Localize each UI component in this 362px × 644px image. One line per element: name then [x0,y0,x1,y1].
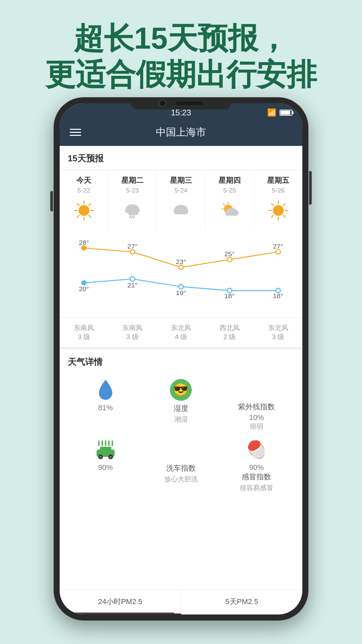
wind-level-1: 3 级 [126,332,139,341]
svg-text:25°: 25° [225,251,235,258]
day-date-2: 5-24 [175,187,187,194]
low-dot-2 [179,284,183,289]
phone-wrapper: 15:23 📶 中国上海市 [54,97,308,621]
details-grid: 81% 😎 湿度 潮湿 [68,375,294,496]
volume-button [50,191,53,211]
face-icon: 😎 [169,378,193,401]
tab-pm25-24h[interactable]: 24小时PM2.5 [60,590,181,614]
uv-label: 紫外线指数 [238,402,275,412]
headline: 超长15天预报， 更适合假期出行安排 [13,20,349,93]
wind-level-4: 3 级 [272,332,284,341]
svg-point-0 [78,205,89,216]
svg-point-28 [273,205,284,216]
svg-text:27°: 27° [127,243,137,250]
weather-icon-4 [266,198,290,222]
partly-cloudy-icon [219,200,241,221]
svg-line-35 [283,204,285,206]
nav-bar: 中国上海市 [60,120,302,146]
day-date-4: 5-26 [272,187,285,194]
wind-level-3: 2 级 [223,332,236,341]
svg-line-6 [89,215,91,217]
svg-line-5 [77,204,79,206]
wind-dir-1: 东南风 [122,323,142,332]
detail-humidity-label: 😎 湿度 潮湿 [143,375,219,434]
wifi-icon: 📶 [267,108,276,117]
phone-frame: 15:23 📶 中国上海市 [54,97,308,621]
svg-line-23 [223,204,225,205]
hamburger-menu[interactable] [70,129,81,136]
earpiece [176,102,203,105]
svg-line-8 [77,215,79,217]
carwash-sub: 放心大胆洗 [164,475,198,484]
high-dot-4 [276,250,281,254]
pill-icon [245,438,268,461]
wind-dir-4: 东北风 [268,323,288,332]
temp-chart-svg: 28° 27° 23° 25° 27° [60,234,302,318]
carwash-icon [94,438,117,461]
battery-icon [280,110,292,116]
wind-level-2: 4 级 [175,332,187,341]
power-button [309,171,312,205]
svg-line-13 [130,216,130,218]
svg-text:21°: 21° [127,281,137,289]
carwash-label-icon [169,438,193,461]
day-name-3: 星期四 [219,175,241,185]
forecast-col-2: 星期三 5-24 [157,170,205,230]
uv-sub: 很弱 [250,422,263,431]
phone-top [131,97,231,109]
svg-point-11 [133,208,140,213]
day-date-0: 5-22 [77,187,90,194]
phone-screen: 15:23 📶 中国上海市 [60,103,302,614]
svg-text:28°: 28° [79,239,89,246]
forecast-section: 15天预报 今天 5-22 [60,146,302,230]
wind-col-0: 东南风 3 级 [60,318,108,347]
forecast-grid: 今天 5-22 [60,170,302,230]
pill-value: 90% [249,463,264,472]
weather-icon-0 [72,198,96,222]
wind-level-0: 3 级 [78,332,90,341]
front-camera [159,100,166,107]
detail-cold: 90% 感冒指数 很容易感冒 [219,434,294,496]
svg-rect-12 [128,212,138,215]
svg-line-33 [272,204,274,206]
svg-text:23°: 23° [176,258,186,266]
weather-icon-1 [120,198,144,222]
svg-text:19°: 19° [176,289,186,297]
nav-title: 中国上海市 [156,125,206,139]
forecast-title: 15天预报 [60,153,302,170]
carwash-label: 洗车指数 [166,463,196,473]
tab-pm25-5d[interactable]: 5天PM2.5 [181,590,303,614]
svg-text:20°: 20° [79,285,89,293]
main-content: 15天预报 今天 5-22 [60,146,302,614]
day-name-2: 星期三 [170,175,192,185]
day-date-1: 5-23 [126,187,139,194]
low-dot-1 [130,277,135,281]
sunny-icon-2 [267,200,289,221]
page-header: 超长15天预报， 更适合假期出行安排 [0,0,362,106]
cloudy-icon [170,200,192,221]
detail-uv: 紫外线指数 10% 很弱 [219,375,294,434]
forecast-col-1: 星期二 5-23 [108,170,157,230]
cloud-rain-icon [122,200,143,221]
battery-fill [281,111,290,115]
uv-value: 10% [249,413,264,422]
weather-icon-2 [169,198,193,222]
humidity-sub: 潮湿 [174,415,188,424]
humidity-label: 湿度 [174,404,188,414]
svg-line-15 [134,216,134,218]
detail-humidity: 81% [68,375,143,434]
weather-icon-3 [218,198,242,222]
svg-text:27°: 27° [273,243,283,250]
svg-text:18°: 18° [225,292,235,300]
svg-point-56 [100,456,102,458]
wind-dir-2: 东北风 [171,323,191,332]
wind-col-4: 东北风 3 级 [254,318,302,347]
humidity-value: 81% [98,404,113,412]
svg-rect-53 [100,447,111,451]
bottom-tabs: 24小时PM2.5 5天PM2.5 [60,590,302,614]
wind-col-1: 东南风 3 级 [108,318,157,347]
svg-rect-27 [226,213,238,216]
uv-icon-area [246,378,267,400]
wind-dir-3: 西北风 [220,323,240,332]
high-dot-2 [179,265,183,269]
